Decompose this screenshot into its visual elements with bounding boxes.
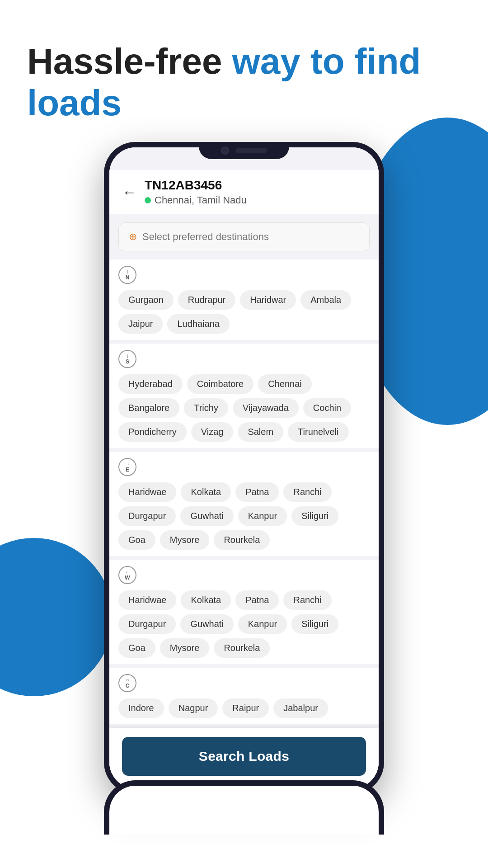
tag-jaipur[interactable]: Jaipur: [118, 314, 163, 334]
speaker-bar: [235, 148, 267, 153]
direction-badge-N: ↑N: [118, 266, 136, 284]
tag-rourkela[interactable]: Rourkela: [214, 530, 270, 550]
tag-chennai[interactable]: Chennai: [258, 374, 312, 394]
tag-goa[interactable]: Goa: [118, 530, 155, 550]
tags-row-S: HyderabadCoimbatoreChennaiBangaloreTrich…: [118, 374, 370, 442]
back-button[interactable]: ←: [122, 185, 136, 199]
direction-section-W: ←WHaridwaeKolkataPatnaRanchiDurgapurGuwh…: [109, 560, 379, 664]
tag-durgapur[interactable]: Durgapur: [118, 506, 176, 526]
direction-badge-E: →E: [118, 458, 136, 476]
vehicle-plate: TN12AB3456: [145, 178, 247, 193]
tag-durgapur[interactable]: Durgapur: [118, 614, 176, 634]
direction-section-N: ↑NGurgaonRudrapurHaridwarAmbalaJaipurLud…: [109, 259, 379, 340]
tags-row-E: HaridwaeKolkataPatnaRanchiDurgapurGuwhat…: [118, 482, 370, 550]
tag-jabalpur[interactable]: Jabalpur: [273, 698, 328, 718]
tag-kanpur[interactable]: Kanpur: [238, 506, 287, 526]
tag-trichy[interactable]: Trichy: [184, 398, 228, 418]
tags-row-W: HaridwaeKolkataPatnaRanchiDurgapurGuwhat…: [118, 590, 370, 658]
phone-wrapper: ← TN12AB3456 Chennai, Tamil Nadu ⊕: [0, 142, 488, 794]
direction-badge-S: ↓S: [118, 350, 136, 368]
tag-cochin[interactable]: Cochin: [303, 398, 351, 418]
tag-patna[interactable]: Patna: [235, 590, 279, 610]
tag-pondicherry[interactable]: Pondicherry: [118, 422, 187, 442]
destination-search-field[interactable]: ⊕: [118, 222, 370, 251]
tag-ambala[interactable]: Ambala: [300, 290, 351, 310]
app-header: ← TN12AB3456 Chennai, Tamil Nadu: [109, 170, 379, 214]
tag-gurgaon[interactable]: Gurgaon: [118, 290, 174, 310]
section-header: ←W: [118, 566, 370, 584]
vehicle-location-row: Chennai, Tamil Nadu: [145, 194, 247, 206]
phone-screen: ← TN12AB3456 Chennai, Tamil Nadu ⊕: [109, 147, 379, 788]
tag-rourkela[interactable]: Rourkela: [214, 638, 270, 658]
tag-ranchi[interactable]: Ranchi: [283, 482, 331, 502]
tag-kolkata[interactable]: Kolkata: [181, 590, 231, 610]
direction-section-S: ↓SHyderabadCoimbatoreChennaiBangaloreTri…: [109, 344, 379, 448]
tag-mysore[interactable]: Mysore: [160, 638, 210, 658]
online-indicator: [145, 197, 151, 203]
tag-ranchi[interactable]: Ranchi: [283, 590, 331, 610]
tag-salem[interactable]: Salem: [238, 422, 283, 442]
phone-peek-wrapper: [0, 780, 488, 835]
direction-badge-C: ○C: [118, 674, 136, 692]
tag-guwhati[interactable]: Guwhati: [180, 614, 233, 634]
bottom-bar: Search Loads: [109, 728, 379, 788]
tag-haridwae[interactable]: Haridwae: [118, 590, 176, 610]
tag-kanpur[interactable]: Kanpur: [238, 614, 287, 634]
tag-vizag[interactable]: Vizag: [191, 422, 234, 442]
tag-mysore[interactable]: Mysore: [160, 530, 210, 550]
tags-row-C: IndoreNagpurRaipurJabalpur: [118, 698, 370, 718]
tag-siliguri[interactable]: Siliguri: [291, 506, 338, 526]
phone-mockup: ← TN12AB3456 Chennai, Tamil Nadu ⊕: [104, 142, 384, 794]
vehicle-info: TN12AB3456 Chennai, Tamil Nadu: [145, 178, 247, 206]
camera-dot: [221, 146, 229, 155]
screen-content: ← TN12AB3456 Chennai, Tamil Nadu ⊕: [109, 147, 379, 788]
phone-notch: [199, 142, 289, 159]
tag-ludhaiana[interactable]: Ludhaiana: [167, 314, 229, 334]
sections-container: ↑NGurgaonRudrapurHaridwarAmbalaJaipurLud…: [109, 259, 379, 724]
tags-row-N: GurgaonRudrapurHaridwarAmbalaJaipurLudha…: [118, 290, 370, 334]
phone-peek: [104, 780, 384, 835]
section-header: ↓S: [118, 350, 370, 368]
tag-tirunelveli[interactable]: Tirunelveli: [288, 422, 348, 442]
section-header: →E: [118, 458, 370, 476]
tag-haridwae[interactable]: Haridwae: [118, 482, 176, 502]
tag-haridwar[interactable]: Haridwar: [240, 290, 296, 310]
phone-peek-screen: [109, 786, 379, 835]
direction-badge-W: ←W: [118, 566, 136, 584]
tag-kolkata[interactable]: Kolkata: [181, 482, 231, 502]
tag-hyderabad[interactable]: Hyderabad: [118, 374, 183, 394]
headline-part1: Hassle-free: [27, 41, 232, 81]
search-input[interactable]: [142, 231, 359, 243]
search-loads-button[interactable]: Search Loads: [122, 737, 366, 776]
tag-raipur[interactable]: Raipur: [222, 698, 269, 718]
tag-bangalore[interactable]: Bangalore: [118, 398, 179, 418]
tag-siliguri[interactable]: Siliguri: [291, 614, 338, 634]
tag-guwhati[interactable]: Guwhati: [180, 506, 233, 526]
tag-patna[interactable]: Patna: [235, 482, 279, 502]
tag-nagpur[interactable]: Nagpur: [169, 698, 218, 718]
headline-text: Hassle-free way to find loads: [27, 41, 461, 124]
direction-section-C: ○CIndoreNagpurRaipurJabalpur: [109, 668, 379, 724]
headline-section: Hassle-free way to find loads: [0, 0, 488, 124]
location-icon: ⊕: [129, 231, 137, 243]
tag-coimbatore[interactable]: Coimbatore: [187, 374, 253, 394]
direction-section-E: →EHaridwaeKolkataPatnaRanchiDurgapurGuwh…: [109, 452, 379, 556]
section-header: ↑N: [118, 266, 370, 284]
vehicle-location-text: Chennai, Tamil Nadu: [155, 194, 247, 206]
tag-indore[interactable]: Indore: [118, 698, 164, 718]
tag-vijayawada[interactable]: Vijayawada: [233, 398, 299, 418]
section-header: ○C: [118, 674, 370, 692]
tag-rudrapur[interactable]: Rudrapur: [178, 290, 235, 310]
tag-goa[interactable]: Goa: [118, 638, 155, 658]
